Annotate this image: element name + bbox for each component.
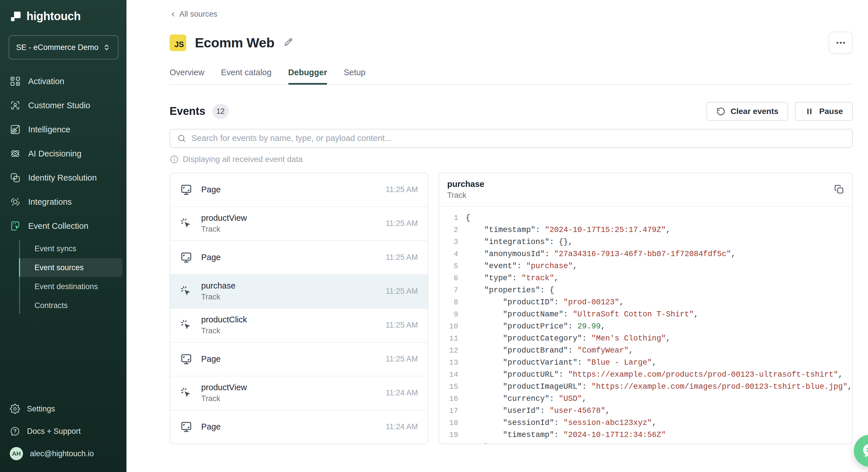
event-row-page-1[interactable]: Page 11:25 AM [170,173,428,207]
page-event-icon [180,420,192,433]
code-line: 5 "event": "purchase", [439,260,852,272]
sidebar-item-event-collection[interactable]: Event Collection [4,215,122,237]
hightouch-logo-icon [10,10,22,23]
event-time: 11:24 AM [386,422,418,431]
events-count-badge: 12 [212,104,229,119]
sidebar-item-label: Identity Resolution [28,173,97,182]
sidebar-item-intelligence[interactable]: Intelligence [4,119,122,140]
event-collection-subnav: Event syncs Event sources Event destinat… [19,239,122,315]
info-banner: Displaying all received event data [169,155,853,164]
sidebar-item-docs-support[interactable]: Docs + Support [4,421,122,442]
events-heading: Events [169,105,206,117]
sidebar-item-event-syncs[interactable]: Event syncs [19,239,122,258]
sidebar-item-event-sources[interactable]: Event sources [19,258,122,277]
event-name: purchase [201,281,236,291]
chat-support-button[interactable] [854,435,868,467]
event-name: Page [201,252,221,262]
clear-events-label: Clear events [731,107,779,116]
event-name: productClick [201,315,247,325]
tab-event-catalog[interactable]: Event catalog [221,68,272,84]
event-row-purchase-selected[interactable]: purchase Track 11:25 AM [170,275,428,309]
sidebar-footer: Settings Docs + Support AH alec@hightouc… [0,399,126,464]
code-line: 4 "anonymousId": "27a34316-7913-46f7-bb0… [439,248,852,260]
code-line: 1{ [439,212,852,224]
event-time: 11:25 AM [386,355,418,364]
code-line: 16 "currency": "USD", [439,393,852,405]
page-event-icon [180,183,192,196]
rotate-ccw-icon [716,107,725,116]
sidebar: hightouch SE - eCommerce Demo Activation [0,0,126,472]
track-event-icon [180,285,192,298]
code-line: 20 } [439,441,852,444]
event-time: 11:25 AM [386,185,418,194]
event-time: 11:25 AM [386,253,418,262]
user-email: alec@hightouch.io [30,449,94,458]
copy-payload-button[interactable] [834,184,844,195]
subitem-label: Event destinations [34,282,98,291]
debugger-content: Page 11:25 AM productView Track 11:25 AM [169,173,853,444]
sidebar-item-event-destinations[interactable]: Event destinations [19,277,122,296]
code-line: 2 "timestamp": "2024-10-17T15:25:17.479Z… [439,224,852,236]
info-icon [169,155,179,164]
payload-json-viewer[interactable]: 1{ 2 "timestamp": "2024-10-17T15:25:17.4… [439,207,852,444]
detail-event-name: purchase [447,179,484,189]
tab-setup[interactable]: Setup [344,68,366,84]
pause-button[interactable]: Pause [795,102,853,121]
customer-studio-icon [10,100,21,111]
event-detail-panel: purchase Track 1{ 2 "timestamp": "2024-1… [439,173,853,444]
event-row-productview-2[interactable]: productView Track 11:24 AM [170,376,428,410]
sidebar-item-activation[interactable]: Activation [4,70,122,92]
event-type: Track [201,225,247,234]
tab-debugger[interactable]: Debugger [288,68,327,84]
ellipsis-icon [835,37,846,48]
copy-icon [834,184,844,194]
workspace-selector[interactable]: SE - eCommerce Demo [9,35,118,60]
edit-title-button[interactable] [283,37,293,48]
sidebar-item-identity-resolution[interactable]: Identity Resolution [4,167,122,189]
code-line: 6 "type": "track", [439,272,852,284]
subitem-label: Event syncs [34,244,76,253]
hightouch-logo: hightouch [10,10,126,23]
event-row-productclick[interactable]: productClick Track 11:25 AM [170,309,428,342]
pause-icon [805,107,814,116]
code-line: 10 "productPrice": 29.99, [439,321,852,333]
event-list: Page 11:25 AM productView Track 11:25 AM [169,173,428,444]
event-row-page-4[interactable]: Page 11:24 AM [170,410,428,444]
sidebar-item-label: Intelligence [28,125,70,134]
chevron-updown-icon [102,43,111,52]
sidebar-item-label: Docs + Support [27,427,81,436]
code-line: 8 "productID": "prod-00123", [439,296,852,308]
breadcrumb[interactable]: All sources [169,10,217,19]
page-title: Ecomm Web [195,35,275,50]
code-line: 9 "productName": "UltraSoft Cotton T-Shi… [439,308,852,321]
user-menu[interactable]: AH alec@hightouch.io [4,443,122,464]
event-search [169,129,853,148]
sidebar-item-settings[interactable]: Settings [4,399,122,419]
ai-decisioning-icon [10,148,21,159]
event-time: 11:24 AM [386,389,418,397]
event-type: Track [201,293,236,301]
sidebar-item-contracts[interactable]: Contracts [19,296,122,315]
main-content: All sources JS Ecomm Web Overview Event … [126,0,868,472]
sidebar-item-customer-studio[interactable]: Customer Studio [4,95,122,116]
code-line: 15 "productImageURL": "https://example.c… [439,381,852,393]
event-row-page-3[interactable]: Page 11:25 AM [170,342,428,376]
search-input[interactable] [191,134,845,143]
workspace-name: SE - eCommerce Demo [16,43,99,52]
breadcrumb-label: All sources [179,10,217,19]
sidebar-item-integrations[interactable]: Integrations [4,191,122,213]
tab-overview[interactable]: Overview [169,68,204,84]
code-line: 11 "productCategory": "Men's Clothing", [439,333,852,344]
event-type: Track [201,327,247,335]
sidebar-item-label: Settings [27,405,55,413]
event-name: productView [201,213,247,223]
activation-icon [10,76,21,87]
clear-events-button[interactable]: Clear events [707,102,788,121]
event-row-productview-1[interactable]: productView Track 11:25 AM [170,207,428,241]
event-row-page-2[interactable]: Page 11:25 AM [170,241,428,275]
code-line: 13 "productVariant": "Blue - Large", [439,357,852,369]
sidebar-item-ai-decisioning[interactable]: AI Decisioning [4,143,122,165]
more-options-button[interactable] [829,32,853,54]
events-header-row: Events 12 Clear events Pause [169,102,853,121]
sidebar-item-label: Integrations [28,197,72,207]
